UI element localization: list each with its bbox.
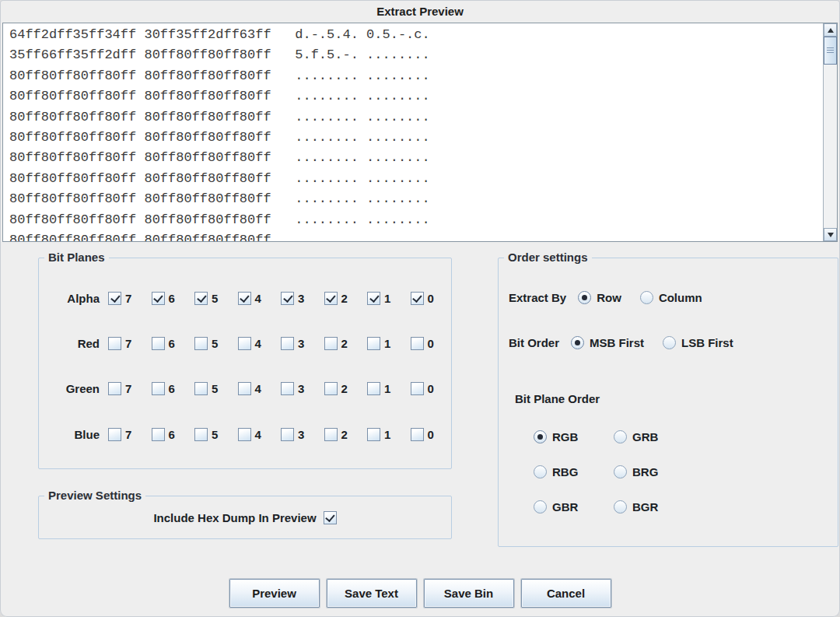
save-bin-button[interactable]: Save Bin (424, 579, 514, 608)
bitplane-checkbox-alpha-5[interactable]: 5 (194, 292, 238, 305)
bitplane-checkbox-blue-2[interactable]: 2 (324, 428, 368, 441)
bit-number-label: 5 (212, 382, 218, 395)
bitplane-checkbox-green-7[interactable]: 7 (108, 382, 152, 395)
preview-settings-panel: Preview Settings Include Hex Dump In Pre… (38, 496, 452, 539)
bitplane-checkbox-blue-4[interactable]: 4 (238, 428, 282, 441)
bitplane-checkbox-alpha-1[interactable]: 1 (367, 292, 411, 305)
checkbox-icon (238, 428, 251, 441)
bit-number-label: 6 (169, 337, 175, 350)
radio-label: GRB (632, 430, 658, 443)
scroll-thumb[interactable] (824, 37, 837, 65)
radio-icon (640, 291, 653, 304)
bitplane-checkbox-red-3[interactable]: 3 (281, 337, 324, 350)
scroll-track[interactable] (824, 65, 837, 228)
radio-bpo-bgr[interactable]: BGR (614, 500, 658, 514)
preview-button[interactable]: Preview (229, 579, 320, 608)
radio-label: BGR (632, 500, 658, 514)
bitplane-checkbox-green-3[interactable]: 3 (281, 382, 324, 395)
checkbox-icon (194, 337, 208, 350)
bit-number-label: 3 (298, 428, 304, 441)
radio-extract-by-column[interactable]: Column (640, 291, 702, 304)
bitplane-checkbox-red-0[interactable]: 0 (411, 337, 454, 350)
bitplane-checkbox-blue-7[interactable]: 7 (108, 428, 152, 441)
bitplane-checkbox-alpha-6[interactable]: 6 (152, 292, 195, 305)
bitplane-checkbox-red-6[interactable]: 6 (152, 337, 195, 350)
checkbox-icon (194, 292, 208, 305)
bit-number-label: 4 (255, 292, 261, 305)
channel-label-green: Green (39, 382, 108, 395)
bitplane-checkbox-blue-0[interactable]: 0 (411, 428, 454, 441)
checkbox-icon (108, 292, 121, 305)
radio-extract-by-row[interactable]: Row (578, 291, 621, 304)
include-hexdump-checkbox[interactable] (324, 511, 337, 524)
checkbox-icon (411, 292, 424, 305)
checkbox-icon (152, 382, 165, 395)
bitplane-checkbox-blue-3[interactable]: 3 (281, 428, 324, 441)
bit-number-label: 1 (384, 292, 390, 305)
bitplane-checkbox-green-4[interactable]: 4 (238, 382, 282, 395)
radio-bpo-rbg[interactable]: RBG (534, 465, 614, 479)
checkbox-icon (108, 337, 121, 350)
bit-planes-row-alpha: Alpha76543210 (39, 291, 453, 305)
checkbox-icon (194, 428, 208, 441)
bitplane-checkbox-alpha-7[interactable]: 7 (108, 292, 152, 305)
bitplane-checkbox-alpha-3[interactable]: 3 (281, 292, 324, 305)
bit-plane-order-label: Bit Plane Order (515, 392, 600, 405)
checkbox-icon (281, 428, 294, 441)
radio-bpo-brg[interactable]: BRG (614, 465, 658, 479)
bitplane-checkbox-green-1[interactable]: 1 (367, 382, 411, 395)
checkbox-icon (152, 428, 165, 441)
scroll-down-button[interactable] (824, 228, 837, 241)
up-arrow-icon (828, 28, 834, 33)
bit-plane-order-grid: RGBGRBRBGBRGGBRBGR (534, 430, 658, 514)
radio-bit-order-msb-first[interactable]: MSB First (571, 336, 644, 349)
radio-label: LSB First (681, 336, 733, 349)
radio-bpo-rgb[interactable]: RGB (534, 430, 614, 443)
bit-number-label: 1 (384, 428, 390, 441)
bitplane-checkbox-blue-5[interactable]: 5 (194, 428, 238, 441)
bit-number-label: 7 (125, 428, 131, 441)
dialog-button-row: Preview Save Text Save Bin Cancel (0, 579, 840, 608)
bitplane-checkbox-alpha-2[interactable]: 2 (324, 292, 368, 305)
hex-preview-textarea[interactable]: 64ff2dff35ff34ff 30ff35ff2dff63ff d.-.5.… (3, 23, 823, 241)
bit-number-label: 4 (255, 382, 261, 395)
radio-icon (663, 336, 676, 349)
bitplane-checkbox-blue-1[interactable]: 1 (367, 428, 411, 441)
checkbox-icon (324, 428, 338, 441)
bitplane-checkbox-red-1[interactable]: 1 (367, 337, 411, 350)
bitplane-checkbox-red-4[interactable]: 4 (238, 337, 282, 350)
bit-number-label: 7 (125, 292, 131, 305)
bitplane-checkbox-red-2[interactable]: 2 (324, 337, 368, 350)
checkbox-icon (411, 337, 424, 350)
radio-bpo-gbr[interactable]: GBR (534, 500, 614, 514)
bitplane-checkbox-red-7[interactable]: 7 (108, 337, 152, 350)
cancel-button[interactable]: Cancel (521, 579, 611, 608)
checkbox-icon (108, 382, 121, 395)
bitplane-checkbox-green-5[interactable]: 5 (194, 382, 238, 395)
checkbox-icon (324, 382, 338, 395)
bitplane-checkbox-green-0[interactable]: 0 (411, 382, 454, 395)
bitplane-checkbox-alpha-4[interactable]: 4 (238, 292, 282, 305)
vertical-scrollbar[interactable] (823, 23, 837, 241)
radio-bpo-grb[interactable]: GRB (614, 430, 658, 443)
bitplane-checkbox-red-5[interactable]: 5 (194, 337, 238, 350)
radio-bit-order-lsb-first[interactable]: LSB First (663, 336, 733, 349)
bitplane-checkbox-green-2[interactable]: 2 (324, 382, 368, 395)
checkbox-icon (152, 292, 165, 305)
channel-label-red: Red (39, 337, 108, 350)
radio-icon (614, 430, 627, 443)
bit-number-label: 0 (428, 337, 434, 350)
preview-settings-content: Include Hex Dump In Preview (39, 496, 451, 538)
save-text-button[interactable]: Save Text (327, 579, 417, 608)
bitplane-checkbox-green-6[interactable]: 6 (152, 382, 195, 395)
bit-number-label: 6 (169, 428, 175, 441)
hexdump-text: 64ff2dff35ff34ff 30ff35ff2dff63ff d.-.5.… (3, 23, 823, 241)
bit-planes-panel: Bit Planes Alpha76543210Red76543210Green… (38, 258, 452, 469)
bitplane-checkbox-alpha-0[interactable]: 0 (411, 292, 454, 305)
bit-number-label: 3 (298, 382, 304, 395)
radio-label: RGB (552, 430, 578, 443)
bitplane-checkbox-blue-6[interactable]: 6 (152, 428, 195, 441)
include-hexdump-label: Include Hex Dump In Preview (153, 511, 316, 524)
radio-label: Row (597, 291, 621, 304)
scroll-up-button[interactable] (824, 23, 837, 37)
